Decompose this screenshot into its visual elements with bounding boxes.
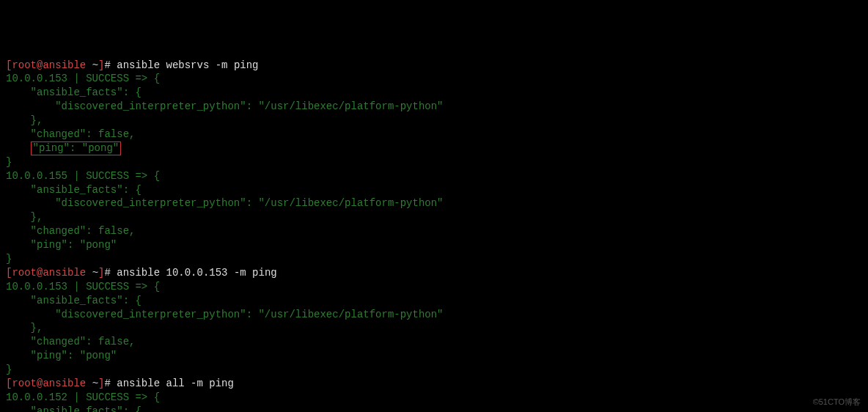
prompt-tilde: ~ — [86, 378, 98, 389]
ping-pong-highlight: "ping": "pong" — [31, 141, 122, 155]
output-line: 10.0.0.152 | SUCCESS => { — [6, 391, 160, 403]
output-line: "changed": false, — [6, 336, 135, 347]
output-line: 10.0.0.155 | SUCCESS => { — [6, 170, 160, 182]
output-line: "discovered_interpreter_python": "/usr/l… — [6, 197, 444, 209]
output-line: "ping": "pong" — [6, 350, 117, 361]
command-1: ansible websrvs -m ping — [117, 59, 258, 71]
prompt-host: ansible — [43, 378, 86, 389]
output-line: "ansible_facts": { — [6, 87, 141, 98]
output-line: "ansible_facts": { — [6, 184, 141, 196]
prompt-tilde: ~ — [86, 59, 98, 71]
output-line: } — [6, 253, 12, 265]
output-line: 10.0.0.153 | SUCCESS => { — [6, 73, 160, 84]
output-line: }, — [6, 211, 43, 223]
prompt-user: root — [12, 267, 37, 279]
ping-pong-text: "ping": "pong" — [33, 142, 119, 154]
prompt-line-2: [root@ansible ~]# ansible 10.0.0.153 -m … — [6, 267, 277, 279]
terminal-output: [root@ansible ~]# ansible websrvs -m pin… — [6, 59, 862, 412]
output-line: }, — [6, 114, 43, 126]
command-2: ansible 10.0.0.153 -m ping — [117, 267, 276, 279]
output-line: "discovered_interpreter_python": "/usr/l… — [6, 309, 444, 320]
output-line: "changed": false, — [6, 225, 135, 237]
output-line: 10.0.0.153 | SUCCESS => { — [6, 281, 160, 293]
watermark: ©51CTO博客 — [813, 397, 861, 408]
output-line: } — [6, 364, 12, 375]
prompt-tilde: ~ — [86, 267, 98, 279]
output-line: "ansible_facts": { — [6, 405, 141, 412]
output-line-prefix — [6, 142, 31, 154]
output-line: "ansible_facts": { — [6, 295, 141, 306]
output-line: }, — [6, 322, 43, 334]
prompt-host: ansible — [43, 267, 86, 279]
output-line: "discovered_interpreter_python": "/usr/l… — [6, 100, 444, 112]
command-3: ansible all -m ping — [117, 378, 234, 389]
prompt-hash: # — [104, 378, 117, 389]
prompt-user: root — [12, 378, 37, 389]
output-line: "changed": false, — [6, 128, 135, 140]
prompt-line-1: [root@ansible ~]# ansible websrvs -m pin… — [6, 59, 259, 71]
output-line: } — [6, 156, 12, 168]
prompt-hash: # — [104, 59, 117, 71]
output-line: "ping": "pong" — [6, 239, 117, 251]
prompt-line-3: [root@ansible ~]# ansible all -m ping — [6, 378, 234, 389]
prompt-user: root — [12, 59, 37, 71]
prompt-hash: # — [104, 267, 117, 279]
prompt-host: ansible — [43, 59, 86, 71]
